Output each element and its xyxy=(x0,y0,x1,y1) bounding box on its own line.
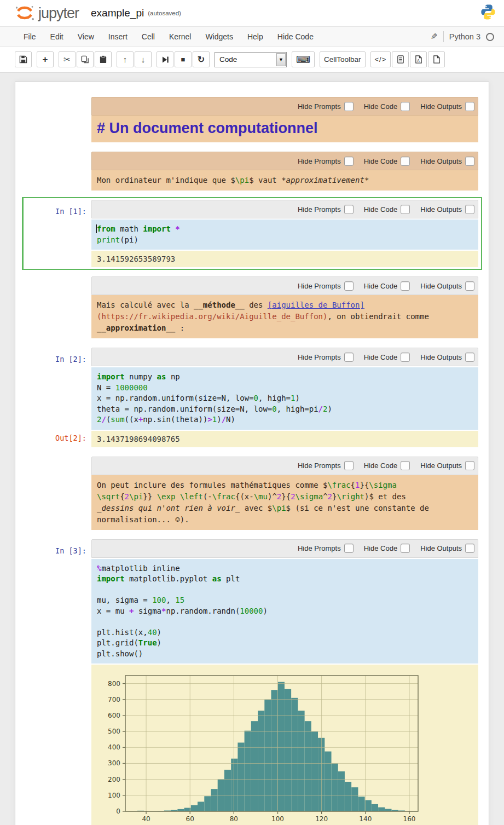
menu-item-hide-code[interactable]: Hide Code xyxy=(270,28,321,45)
hide-code-checkbox[interactable] xyxy=(401,461,410,470)
svg-text:600: 600 xyxy=(108,712,120,719)
move-cell-up-button[interactable]: ↑ xyxy=(117,51,134,67)
save-icon xyxy=(19,55,27,64)
hide-prompts-checkbox[interactable] xyxy=(344,353,354,362)
menu-item-widgets[interactable]: Widgets xyxy=(198,28,240,45)
code-line: plt.show() xyxy=(97,649,473,660)
markdown-source[interactable]: On peut inclure des formules mathématiqu… xyxy=(91,475,478,530)
hide-code-label: Hide Code xyxy=(364,102,397,111)
code-brackets-icon: </> xyxy=(375,55,387,64)
hide-prompts-checkbox[interactable] xyxy=(344,205,354,214)
code-editor[interactable]: import numpy as npN = 1000000x = np.rand… xyxy=(91,367,478,430)
svg-text:100: 100 xyxy=(271,815,284,823)
menu-item-kernel[interactable]: Kernel xyxy=(162,28,198,45)
celltoolbar-button[interactable]: CellToolbar xyxy=(320,51,366,67)
hide-prompts-checkbox[interactable] xyxy=(344,102,354,111)
hide-prompts-checkbox[interactable] xyxy=(344,157,354,166)
menu-item-view[interactable]: View xyxy=(71,28,101,45)
save-button[interactable] xyxy=(15,51,32,67)
hide-prompts-checkbox[interactable] xyxy=(344,281,354,291)
output-text: 3.1437198694098765 xyxy=(91,431,478,447)
cell-output-row: Out[2]:3.1437198694098765 xyxy=(24,430,478,447)
arrow-up-icon: ↑ xyxy=(123,55,128,64)
markdown-source[interactable]: # Un document computationnel xyxy=(91,116,478,142)
hide-code-checkbox[interactable] xyxy=(401,157,410,166)
menu-item-insert[interactable]: Insert xyxy=(101,28,135,45)
hide-prompts-checkbox[interactable] xyxy=(344,544,354,553)
plus-icon: + xyxy=(43,55,48,64)
jupyter-wordmark: jupyter xyxy=(38,5,79,22)
code-line xyxy=(97,616,473,627)
svg-text:160: 160 xyxy=(403,815,416,823)
hide-prompts-label: Hide Prompts xyxy=(298,205,341,214)
export-pdf-button[interactable]: A xyxy=(410,51,427,67)
hide-code-label: Hide Code xyxy=(364,205,397,214)
hide-prompts-label: Hide Prompts xyxy=(298,353,341,361)
hide-outputs-checkbox[interactable] xyxy=(465,102,474,111)
toggle-code-button[interactable]: </> xyxy=(370,51,391,67)
hide-outputs-checkbox[interactable] xyxy=(465,157,474,166)
code-cell: In [3]:Hide PromptsHide CodeHide Outputs… xyxy=(22,536,482,825)
hide-code-checkbox[interactable] xyxy=(401,102,410,111)
menu-item-cell[interactable]: Cell xyxy=(135,28,162,45)
cell-type-select[interactable]: Code ▼ xyxy=(215,52,287,67)
cell-toolbar: Hide PromptsHide CodeHide Outputs xyxy=(91,348,478,366)
menu-item-edit[interactable]: Edit xyxy=(43,28,71,45)
hide-prompts-label: Hide Prompts xyxy=(298,544,341,552)
arrow-down-icon: ↓ xyxy=(141,55,146,64)
copy-button[interactable] xyxy=(77,51,94,67)
cell-input-row: Hide PromptsHide CodeHide OutputsMais ca… xyxy=(24,276,478,338)
hide-outputs-checkbox[interactable] xyxy=(465,353,474,362)
cell-main-area: Hide PromptsHide CodeHide Outputs%matplo… xyxy=(91,539,478,664)
hide-outputs-label: Hide Outputs xyxy=(420,205,462,214)
hide-outputs-label: Hide Outputs xyxy=(420,544,462,552)
prompt-column xyxy=(24,457,91,530)
jupyter-logo[interactable]: jupyter xyxy=(14,4,79,22)
code-line: plt.grid(True) xyxy=(97,638,473,649)
cut-button[interactable]: ✂ xyxy=(59,51,76,67)
code-cell: In [1]:Hide PromptsHide CodeHide Outputs… xyxy=(22,197,482,270)
hide-outputs-checkbox[interactable] xyxy=(465,281,474,291)
interrupt-kernel-button[interactable]: ■ xyxy=(175,51,192,67)
cell-toolbar: Hide PromptsHide CodeHide Outputs xyxy=(91,152,478,170)
code-editor[interactable]: from math import *print(pi) xyxy=(91,220,478,250)
command-palette-button[interactable]: ⌨ xyxy=(292,51,315,67)
prompt-column: In [3]: xyxy=(24,539,91,664)
hide-code-checkbox[interactable] xyxy=(401,544,410,553)
hide-outputs-checkbox[interactable] xyxy=(465,544,474,553)
hide-code-checkbox[interactable] xyxy=(401,281,410,291)
export-document-button[interactable] xyxy=(392,51,409,67)
code-line: # Un document computationnel xyxy=(97,119,473,137)
output-prompt: Out[2]: xyxy=(24,430,86,442)
svg-text:120: 120 xyxy=(315,815,328,823)
menu-item-file[interactable]: File xyxy=(16,28,43,45)
markdown-source[interactable]: Mon ordinateur m'indique que $\pi$ vaut … xyxy=(91,170,478,191)
svg-text:60: 60 xyxy=(186,815,194,823)
input-prompt: In [2]: xyxy=(24,348,86,364)
hide-outputs-checkbox[interactable] xyxy=(465,205,474,214)
run-cell-button[interactable] xyxy=(157,51,173,67)
notebook-title[interactable]: example_pi xyxy=(91,7,144,19)
hide-code-checkbox[interactable] xyxy=(401,353,410,362)
app-header: jupyter example_pi (autosaved) xyxy=(0,0,504,27)
cell-output-row: 3.141592653589793 xyxy=(24,250,478,267)
move-cell-down-button[interactable]: ↓ xyxy=(135,51,152,67)
code-line xyxy=(97,585,473,596)
new-document-button[interactable] xyxy=(428,51,445,67)
hide-outputs-checkbox[interactable] xyxy=(465,461,474,470)
paste-button[interactable] xyxy=(95,51,112,67)
cell-toolbar: Hide PromptsHide CodeHide Outputs xyxy=(91,276,478,295)
restart-kernel-button[interactable]: ↻ xyxy=(193,51,210,67)
cell-input-row: Hide PromptsHide CodeHide Outputs# Un do… xyxy=(24,97,478,142)
input-prompt: In [1]: xyxy=(24,200,86,216)
insert-cell-button[interactable]: + xyxy=(37,51,54,67)
hide-prompts-checkbox[interactable] xyxy=(344,461,354,470)
menu-item-help[interactable]: Help xyxy=(240,28,270,45)
code-line: import matplotlib.pyplot as plt xyxy=(97,574,473,585)
svg-text:700: 700 xyxy=(108,696,120,703)
code-line: %matplotlib inline xyxy=(97,563,473,574)
hide-code-checkbox[interactable] xyxy=(401,205,410,214)
markdown-source[interactable]: Mais calculé avec la __méthode__ des [ai… xyxy=(91,295,478,338)
hide-prompts-label: Hide Prompts xyxy=(298,282,341,290)
code-editor[interactable]: %matplotlib inlineimport matplotlib.pypl… xyxy=(91,559,478,664)
